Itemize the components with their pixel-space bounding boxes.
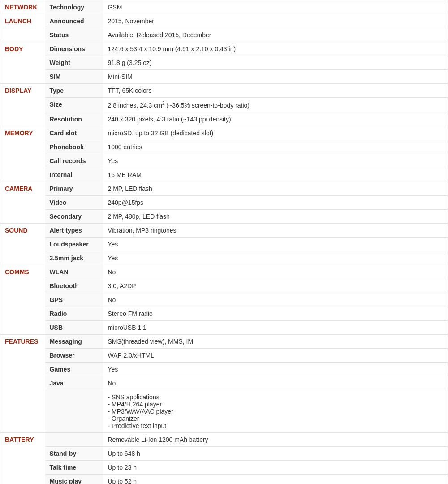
- table-row: COMMSWLANNo: [0, 265, 448, 279]
- value-cell: 240p@15fps: [103, 195, 448, 209]
- value-cell: 2015, November: [103, 14, 448, 28]
- value-cell: Yes: [103, 251, 448, 265]
- table-row: BrowserWAP 2.0/xHTML: [0, 348, 448, 362]
- value-cell: 3.0, A2DP: [103, 279, 448, 293]
- category-cell: NETWORK: [0, 0, 45, 14]
- table-row: Bluetooth3.0, A2DP: [0, 279, 448, 293]
- value-cell: 124.6 x 53.4 x 10.9 mm (4.91 x 2.10 x 0.…: [103, 42, 448, 56]
- value-cell: No: [103, 265, 448, 279]
- category-cell: FEATURES: [0, 334, 45, 432]
- table-row: BATTERYRemovable Li-Ion 1200 mAh battery: [0, 432, 448, 446]
- value-cell: Yes: [103, 154, 448, 168]
- label-cell: Call records: [45, 154, 103, 168]
- value-cell: Available. Released 2015, December: [103, 28, 448, 42]
- table-row: SOUNDAlert typesVibration, MP3 ringtones: [0, 223, 448, 237]
- category-cell: BATTERY: [0, 432, 45, 484]
- label-cell: Loudspeaker: [45, 237, 103, 251]
- label-cell: Size: [45, 98, 103, 112]
- table-row: Resolution240 x 320 pixels, 4:3 ratio (~…: [0, 112, 448, 126]
- label-cell: Weight: [45, 56, 103, 70]
- table-row: CAMERAPrimary2 MP, LED flash: [0, 182, 448, 195]
- label-cell: Games: [45, 362, 103, 376]
- category-cell: DISPLAY: [0, 84, 45, 126]
- table-row: GamesYes: [0, 362, 448, 376]
- table-row: NETWORKTechnologyGSM: [0, 0, 448, 14]
- label-cell: WLAN: [45, 265, 103, 279]
- value-cell: WAP 2.0/xHTML: [103, 348, 448, 362]
- label-cell: Browser: [45, 348, 103, 362]
- value-cell: TFT, 65K colors: [103, 84, 448, 98]
- value-cell: microUSB 1.1: [103, 320, 448, 334]
- label-cell: Java: [45, 376, 103, 390]
- table-row: DISPLAYTypeTFT, 65K colors: [0, 84, 448, 98]
- label-cell: Status: [45, 28, 103, 42]
- value-cell: No: [103, 376, 448, 390]
- value-cell: 2.8 inches, 24.3 cm2 (~36.5% screen-to-b…: [103, 98, 448, 112]
- table-row: SIMMini-SIM: [0, 70, 448, 84]
- value-cell: Stereo FM radio: [103, 307, 448, 320]
- value-cell: GSM: [103, 0, 448, 14]
- label-cell: Secondary: [45, 209, 103, 223]
- table-row: Phonebook1000 entries: [0, 140, 448, 154]
- category-cell: MEMORY: [0, 126, 45, 182]
- value-cell: Up to 23 h: [103, 460, 448, 474]
- label-cell: Resolution: [45, 112, 103, 126]
- table-row: BODYDimensions124.6 x 53.4 x 10.9 mm (4.…: [0, 42, 448, 56]
- value-cell: Up to 648 h: [103, 446, 448, 460]
- table-row: Stand-byUp to 648 h: [0, 446, 448, 460]
- table-row: Music playUp to 52 h: [0, 474, 448, 484]
- table-row: StatusAvailable. Released 2015, December: [0, 28, 448, 42]
- value-cell: Vibration, MP3 ringtones: [103, 223, 448, 237]
- value-cell: 2 MP, 480p, LED flash: [103, 209, 448, 223]
- table-row: - SNS applications- MP4/H.264 player- MP…: [0, 390, 448, 432]
- label-cell: Type: [45, 84, 103, 98]
- label-cell: Dimensions: [45, 42, 103, 56]
- label-cell: Announced: [45, 14, 103, 28]
- label-cell: Internal: [45, 168, 103, 182]
- spec-table: NETWORKTechnologyGSMLAUNCHAnnounced2015,…: [0, 0, 448, 484]
- value-cell: 1000 entries: [103, 140, 448, 154]
- table-row: JavaNo: [0, 376, 448, 390]
- table-row: RadioStereo FM radio: [0, 307, 448, 320]
- label-cell: USB: [45, 320, 103, 334]
- label-cell: Talk time: [45, 460, 103, 474]
- value-cell: Yes: [103, 362, 448, 376]
- label-cell: Bluetooth: [45, 279, 103, 293]
- category-cell: BODY: [0, 42, 45, 84]
- category-cell: LAUNCH: [0, 14, 45, 42]
- value-cell: 16 MB RAM: [103, 168, 448, 182]
- value-cell: Yes: [103, 237, 448, 251]
- label-cell: Messaging: [45, 334, 103, 348]
- label-cell: Technology: [45, 0, 103, 14]
- value-cell: Mini-SIM: [103, 70, 448, 84]
- value-cell: 240 x 320 pixels, 4:3 ratio (~143 ppi de…: [103, 112, 448, 126]
- label-cell: Stand-by: [45, 446, 103, 460]
- table-row: 3.5mm jackYes: [0, 251, 448, 265]
- table-row: Secondary2 MP, 480p, LED flash: [0, 209, 448, 223]
- table-row: LoudspeakerYes: [0, 237, 448, 251]
- value-cell: 2 MP, LED flash: [103, 182, 448, 195]
- label-cell: SIM: [45, 70, 103, 84]
- value-cell: No: [103, 293, 448, 307]
- table-row: GPSNo: [0, 293, 448, 307]
- category-cell: CAMERA: [0, 182, 45, 223]
- label-cell: Alert types: [45, 223, 103, 237]
- table-row: Video240p@15fps: [0, 195, 448, 209]
- table-row: Internal16 MB RAM: [0, 168, 448, 182]
- label-cell: Phonebook: [45, 140, 103, 154]
- label-cell: [45, 432, 103, 446]
- table-row: LAUNCHAnnounced2015, November: [0, 14, 448, 28]
- value-cell: Removable Li-Ion 1200 mAh battery: [103, 432, 448, 446]
- value-cell: - SNS applications- MP4/H.264 player- MP…: [103, 390, 448, 432]
- category-cell: COMMS: [0, 265, 45, 334]
- table-row: Size2.8 inches, 24.3 cm2 (~36.5% screen-…: [0, 98, 448, 112]
- value-cell: microSD, up to 32 GB (dedicated slot): [103, 126, 448, 140]
- label-cell: 3.5mm jack: [45, 251, 103, 265]
- label-cell: Radio: [45, 307, 103, 320]
- label-cell: Video: [45, 195, 103, 209]
- value-cell: Up to 52 h: [103, 474, 448, 484]
- value-cell: SMS(threaded view), MMS, IM: [103, 334, 448, 348]
- label-cell: Music play: [45, 474, 103, 484]
- label-cell: Card slot: [45, 126, 103, 140]
- value-cell: 91.8 g (3.25 oz): [103, 56, 448, 70]
